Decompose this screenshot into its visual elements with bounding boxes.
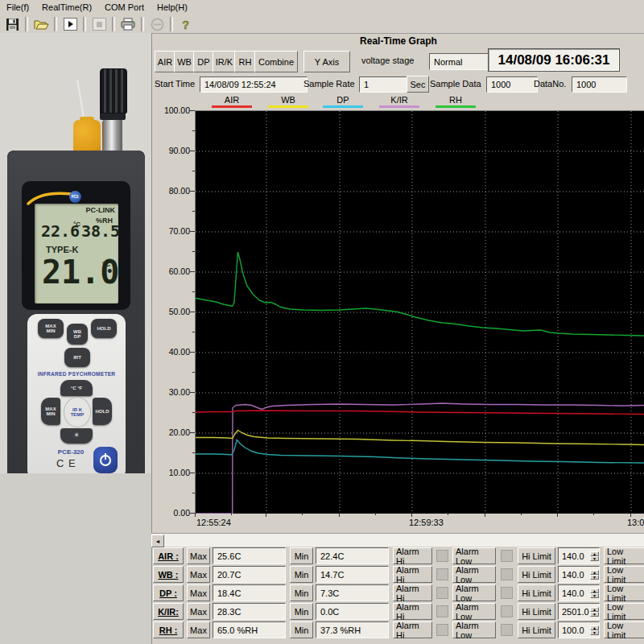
y-tick-label: 90.00 bbox=[153, 146, 190, 155]
low-limit-label: Low Limit bbox=[604, 603, 644, 620]
menu-filef[interactable]: File(f) bbox=[0, 1, 35, 14]
min-value-field[interactable]: 14.7C bbox=[316, 566, 389, 583]
max-value-field[interactable]: 28.3C bbox=[213, 603, 286, 620]
y-tick-label: 40.00 bbox=[153, 347, 190, 357]
max-value-field[interactable]: 25.6C bbox=[213, 547, 286, 564]
table-row-rh: RH :Max65.0 %RHMin37.3 %RHAlarm HiAlarm … bbox=[153, 621, 644, 638]
series-air bbox=[196, 411, 644, 415]
spinner-buttons: ▲▼ bbox=[590, 551, 599, 561]
y-tick-label: 0.00 bbox=[153, 508, 190, 518]
legend-item-kir: K/IR bbox=[379, 95, 419, 108]
channel-name-button[interactable]: DP : bbox=[153, 584, 184, 601]
x-tick bbox=[630, 513, 631, 517]
data-no-field[interactable]: 1000 bbox=[572, 76, 627, 93]
device-wbdp-button: WB DP bbox=[67, 324, 88, 345]
channel-button-rh[interactable]: RH bbox=[234, 51, 256, 72]
min-value-field[interactable]: 7.3C bbox=[316, 584, 389, 601]
min-value-field[interactable]: 0.0C bbox=[316, 603, 389, 620]
spinner-buttons: ▲▼ bbox=[590, 570, 599, 580]
channel-name-button[interactable]: RH : bbox=[153, 621, 184, 638]
max-value-field[interactable]: 20.7C bbox=[213, 566, 286, 583]
channel-name-button[interactable]: K/IR: bbox=[153, 603, 184, 620]
channel-button-dp[interactable]: DP bbox=[193, 51, 214, 72]
legend-color-swatch bbox=[379, 105, 419, 108]
max-value-field[interactable]: 65.0 %RH bbox=[213, 621, 286, 638]
spin-down-button[interactable]: ▼ bbox=[590, 593, 599, 598]
x-tick bbox=[339, 513, 340, 517]
y-tick bbox=[190, 352, 195, 353]
device-model-label: PCE-320 bbox=[47, 448, 95, 456]
table-row-dp: DP :Max18.4CMin7.3CAlarm HiAlarm LowHi L… bbox=[153, 584, 644, 601]
channel-button-irk[interactable]: IR/K bbox=[213, 51, 236, 72]
hi-limit-spinner[interactable]: 2501.0▲▼ bbox=[558, 603, 600, 620]
hi-limit-spinner[interactable]: 140.0▲▼ bbox=[558, 566, 600, 583]
min-label: Min bbox=[290, 603, 313, 620]
max-label: Max bbox=[187, 547, 210, 564]
alarm-low-indicator bbox=[501, 605, 513, 617]
spin-down-button[interactable]: ▼ bbox=[590, 556, 599, 561]
horizontal-scrollbar[interactable]: ◄ bbox=[151, 533, 644, 547]
y-axis-button[interactable]: Y Axis bbox=[303, 51, 350, 72]
spin-down-button[interactable]: ▼ bbox=[590, 630, 599, 635]
channel-name-button[interactable]: WB : bbox=[153, 566, 184, 583]
channel-button-combine[interactable]: Combine bbox=[254, 51, 298, 72]
hi-limit-value: 140.0 bbox=[562, 570, 590, 580]
start-time-field[interactable]: 14/08/09 12:55:24 bbox=[200, 76, 308, 93]
sample-data-field[interactable]: 1000 bbox=[486, 76, 538, 93]
min-label: Min bbox=[290, 621, 313, 638]
device-maxmin-button: MAX MIN bbox=[38, 319, 64, 338]
legend-label: K/IR bbox=[379, 95, 419, 105]
alarm-hi-indicator bbox=[436, 587, 448, 599]
channel-button-wb[interactable]: WB bbox=[174, 51, 195, 72]
menu-helph[interactable]: Help(H) bbox=[151, 1, 194, 14]
y-tick-label: 30.00 bbox=[153, 387, 190, 397]
y-tick bbox=[190, 110, 195, 111]
y-tick bbox=[190, 191, 195, 192]
scroll-left-button[interactable]: ◄ bbox=[151, 535, 164, 547]
min-value-field[interactable]: 22.4C bbox=[316, 547, 389, 564]
y-tick bbox=[190, 151, 195, 151]
table-row-wb: WB :Max20.7CMin14.7CAlarm HiAlarm LowHi … bbox=[153, 566, 644, 583]
alarm-hi-indicator bbox=[436, 624, 448, 636]
x-tick bbox=[557, 513, 558, 517]
menu-comport[interactable]: COM Port bbox=[98, 1, 151, 14]
voltage-stage-field[interactable]: Normal bbox=[429, 53, 492, 70]
legend-color-swatch bbox=[268, 105, 308, 108]
device-cf-button: °C °F bbox=[60, 380, 93, 396]
sample-rate-field[interactable]: 1 bbox=[359, 76, 413, 93]
x-minor-tick bbox=[521, 513, 522, 515]
min-label: Min bbox=[290, 566, 313, 583]
alarm-hi-indicator bbox=[436, 605, 448, 617]
plot-area bbox=[195, 110, 644, 514]
hi-limit-spinner[interactable]: 140.0▲▼ bbox=[558, 584, 600, 601]
channel-name-label: K/IR: bbox=[158, 607, 179, 617]
lcd-probe-temp-unit: °C bbox=[102, 260, 110, 268]
channel-button-air[interactable]: AIR bbox=[155, 51, 175, 72]
y-minor-tick bbox=[192, 211, 195, 212]
alarm-low-label: Alarm Low bbox=[452, 603, 496, 620]
table-row-air: AIR :Max25.6CMin22.4CAlarm HiAlarm LowHi… bbox=[153, 547, 644, 564]
channel-name-label: DP : bbox=[159, 588, 177, 598]
lcd-air-temp-unit: °C bbox=[73, 221, 80, 228]
alarm-hi-label: Alarm Hi bbox=[393, 547, 432, 564]
start-icon[interactable] bbox=[58, 16, 82, 32]
menu-realtimer[interactable]: RealTime(R) bbox=[35, 1, 98, 14]
spin-down-button[interactable]: ▼ bbox=[590, 575, 599, 580]
hi-limit-spinner[interactable]: 100.0▲▼ bbox=[558, 621, 600, 638]
save-icon[interactable] bbox=[0, 16, 24, 32]
max-label: Max bbox=[187, 621, 210, 638]
sec-button[interactable]: Sec bbox=[407, 76, 429, 93]
max-value-field[interactable]: 18.4C bbox=[213, 584, 286, 601]
alarm-low-indicator bbox=[501, 550, 513, 562]
ce-mark: C E bbox=[56, 457, 76, 469]
min-value-field[interactable]: 37.3 %RH bbox=[316, 621, 389, 638]
help-icon[interactable]: ? bbox=[174, 16, 198, 32]
hi-limit-spinner[interactable]: 140.0▲▼ bbox=[558, 547, 600, 564]
spin-down-button[interactable]: ▼ bbox=[590, 612, 599, 617]
open-icon[interactable] bbox=[29, 16, 53, 32]
y-tick bbox=[190, 231, 195, 232]
print-icon[interactable] bbox=[116, 16, 140, 32]
x-minor-tick bbox=[593, 513, 594, 515]
channel-name-label: WB : bbox=[158, 570, 178, 580]
channel-name-button[interactable]: AIR : bbox=[153, 547, 184, 564]
